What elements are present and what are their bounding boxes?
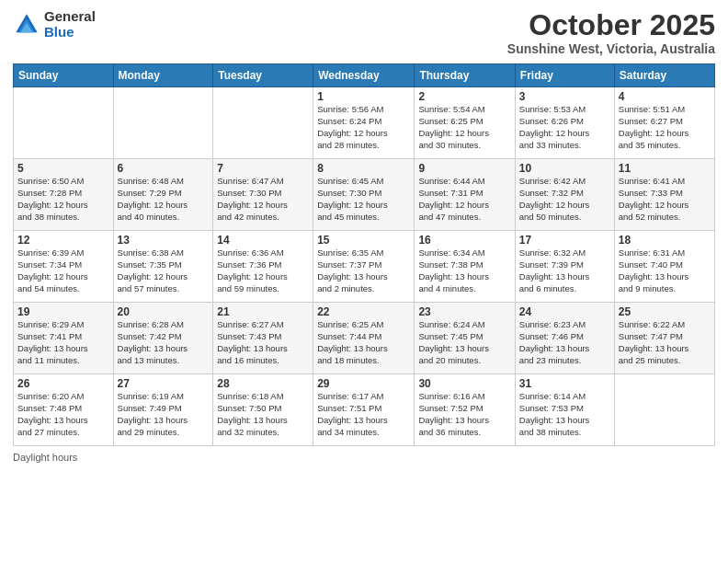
day-number: 28: [217, 377, 309, 390]
calendar-table: SundayMondayTuesdayWednesdayThursdayFrid…: [13, 63, 715, 446]
calendar-cell: 12Sunrise: 6:39 AM Sunset: 7:34 PM Dayli…: [14, 231, 114, 303]
calendar-cell: 20Sunrise: 6:28 AM Sunset: 7:42 PM Dayli…: [113, 303, 213, 374]
weekday-header-sunday: Sunday: [14, 64, 114, 87]
calendar-cell: 9Sunrise: 6:44 AM Sunset: 7:31 PM Daylig…: [415, 159, 515, 231]
calendar-cell: 30Sunrise: 6:16 AM Sunset: 7:52 PM Dayli…: [415, 374, 515, 446]
day-info: Sunrise: 5:53 AM Sunset: 6:26 PM Dayligh…: [519, 104, 610, 151]
page: General Blue October 2025 Sunshine West,…: [0, 0, 728, 563]
day-number: 21: [217, 305, 309, 318]
day-number: 8: [317, 162, 410, 175]
day-number: 20: [118, 305, 210, 318]
day-info: Sunrise: 6:22 AM Sunset: 7:47 PM Dayligh…: [619, 319, 711, 366]
month-title: October 2025: [507, 9, 715, 41]
day-info: Sunrise: 6:23 AM Sunset: 7:46 PM Dayligh…: [519, 319, 610, 366]
calendar-cell: 17Sunrise: 6:32 AM Sunset: 7:39 PM Dayli…: [515, 231, 614, 303]
calendar-cell: 4Sunrise: 5:51 AM Sunset: 6:27 PM Daylig…: [614, 87, 714, 159]
day-info: Sunrise: 6:28 AM Sunset: 7:42 PM Dayligh…: [118, 319, 210, 366]
day-info: Sunrise: 5:54 AM Sunset: 6:25 PM Dayligh…: [418, 104, 510, 151]
day-info: Sunrise: 6:39 AM Sunset: 7:34 PM Dayligh…: [17, 247, 109, 294]
day-info: Sunrise: 6:36 AM Sunset: 7:36 PM Dayligh…: [217, 247, 309, 294]
day-number: 19: [17, 305, 109, 318]
weekday-header-saturday: Saturday: [614, 64, 714, 87]
day-number: 25: [619, 305, 711, 318]
week-row-4: 19Sunrise: 6:29 AM Sunset: 7:41 PM Dayli…: [14, 303, 715, 374]
day-number: 12: [17, 234, 109, 247]
day-number: 15: [317, 234, 410, 247]
day-number: 3: [519, 90, 610, 103]
calendar-cell: 24Sunrise: 6:23 AM Sunset: 7:46 PM Dayli…: [515, 303, 614, 374]
calendar-cell: 28Sunrise: 6:18 AM Sunset: 7:50 PM Dayli…: [213, 374, 313, 446]
calendar-cell: 27Sunrise: 6:19 AM Sunset: 7:49 PM Dayli…: [113, 374, 213, 446]
week-row-5: 26Sunrise: 6:20 AM Sunset: 7:48 PM Dayli…: [14, 374, 715, 446]
calendar-cell: [614, 374, 714, 446]
calendar-cell: 11Sunrise: 6:41 AM Sunset: 7:33 PM Dayli…: [614, 159, 714, 231]
day-number: 11: [619, 162, 711, 175]
day-info: Sunrise: 6:14 AM Sunset: 7:53 PM Dayligh…: [519, 391, 610, 438]
day-number: 5: [17, 162, 109, 175]
calendar-cell: 13Sunrise: 6:38 AM Sunset: 7:35 PM Dayli…: [113, 231, 213, 303]
day-number: 14: [217, 234, 309, 247]
day-info: Sunrise: 6:31 AM Sunset: 7:40 PM Dayligh…: [619, 247, 711, 294]
day-number: 18: [619, 234, 711, 247]
title-block: October 2025 Sunshine West, Victoria, Au…: [507, 9, 715, 56]
day-number: 16: [418, 234, 510, 247]
week-row-2: 5Sunrise: 6:50 AM Sunset: 7:28 PM Daylig…: [14, 159, 715, 231]
weekday-header-tuesday: Tuesday: [213, 64, 313, 87]
weekday-header-friday: Friday: [515, 64, 614, 87]
calendar-cell: 10Sunrise: 6:42 AM Sunset: 7:32 PM Dayli…: [515, 159, 614, 231]
header: General Blue October 2025 Sunshine West,…: [13, 9, 715, 56]
day-info: Sunrise: 6:19 AM Sunset: 7:49 PM Dayligh…: [118, 391, 210, 438]
calendar-cell: 14Sunrise: 6:36 AM Sunset: 7:36 PM Dayli…: [213, 231, 313, 303]
weekday-header-monday: Monday: [113, 64, 213, 87]
calendar-cell: 5Sunrise: 6:50 AM Sunset: 7:28 PM Daylig…: [14, 159, 114, 231]
footer: Daylight hours: [13, 452, 715, 463]
calendar-cell: [14, 87, 114, 159]
day-info: Sunrise: 6:16 AM Sunset: 7:52 PM Dayligh…: [418, 391, 510, 438]
day-info: Sunrise: 6:27 AM Sunset: 7:43 PM Dayligh…: [217, 319, 309, 366]
calendar-cell: 16Sunrise: 6:34 AM Sunset: 7:38 PM Dayli…: [415, 231, 515, 303]
logo-general-text: General: [44, 9, 96, 25]
day-info: Sunrise: 6:32 AM Sunset: 7:39 PM Dayligh…: [519, 247, 610, 294]
day-info: Sunrise: 6:34 AM Sunset: 7:38 PM Dayligh…: [418, 247, 510, 294]
calendar-cell: 18Sunrise: 6:31 AM Sunset: 7:40 PM Dayli…: [614, 231, 714, 303]
day-number: 26: [17, 377, 109, 390]
calendar-cell: 6Sunrise: 6:48 AM Sunset: 7:29 PM Daylig…: [113, 159, 213, 231]
day-number: 2: [418, 90, 510, 103]
location-subtitle: Sunshine West, Victoria, Australia: [507, 41, 715, 56]
calendar-cell: 15Sunrise: 6:35 AM Sunset: 7:37 PM Dayli…: [313, 231, 415, 303]
day-info: Sunrise: 5:56 AM Sunset: 6:24 PM Dayligh…: [317, 104, 410, 151]
day-number: 7: [217, 162, 309, 175]
day-info: Sunrise: 6:50 AM Sunset: 7:28 PM Dayligh…: [17, 176, 109, 223]
day-number: 17: [519, 234, 610, 247]
day-number: 31: [519, 377, 610, 390]
day-number: 22: [317, 305, 410, 318]
day-info: Sunrise: 6:20 AM Sunset: 7:48 PM Dayligh…: [17, 391, 109, 438]
calendar-cell: 22Sunrise: 6:25 AM Sunset: 7:44 PM Dayli…: [313, 303, 415, 374]
day-info: Sunrise: 6:47 AM Sunset: 7:30 PM Dayligh…: [217, 176, 309, 223]
calendar-cell: 1Sunrise: 5:56 AM Sunset: 6:24 PM Daylig…: [313, 87, 415, 159]
week-row-1: 1Sunrise: 5:56 AM Sunset: 6:24 PM Daylig…: [14, 87, 715, 159]
calendar-cell: [213, 87, 313, 159]
day-number: 6: [118, 162, 210, 175]
day-info: Sunrise: 6:25 AM Sunset: 7:44 PM Dayligh…: [317, 319, 410, 366]
calendar-cell: 19Sunrise: 6:29 AM Sunset: 7:41 PM Dayli…: [14, 303, 114, 374]
calendar-cell: [113, 87, 213, 159]
day-number: 13: [118, 234, 210, 247]
weekday-header-wednesday: Wednesday: [313, 64, 415, 87]
day-info: Sunrise: 6:41 AM Sunset: 7:33 PM Dayligh…: [619, 176, 711, 223]
logo: General Blue: [13, 9, 96, 40]
calendar-cell: 29Sunrise: 6:17 AM Sunset: 7:51 PM Dayli…: [313, 374, 415, 446]
calendar-cell: 21Sunrise: 6:27 AM Sunset: 7:43 PM Dayli…: [213, 303, 313, 374]
day-info: Sunrise: 6:48 AM Sunset: 7:29 PM Dayligh…: [118, 176, 210, 223]
day-info: Sunrise: 5:51 AM Sunset: 6:27 PM Dayligh…: [619, 104, 711, 151]
week-row-3: 12Sunrise: 6:39 AM Sunset: 7:34 PM Dayli…: [14, 231, 715, 303]
calendar-cell: 7Sunrise: 6:47 AM Sunset: 7:30 PM Daylig…: [213, 159, 313, 231]
logo-text: General Blue: [44, 9, 96, 40]
day-number: 9: [418, 162, 510, 175]
day-number: 10: [519, 162, 610, 175]
logo-blue-text: Blue: [44, 25, 96, 40]
day-number: 4: [619, 90, 711, 103]
day-number: 29: [317, 377, 410, 390]
day-info: Sunrise: 6:42 AM Sunset: 7:32 PM Dayligh…: [519, 176, 610, 223]
day-info: Sunrise: 6:24 AM Sunset: 7:45 PM Dayligh…: [418, 319, 510, 366]
